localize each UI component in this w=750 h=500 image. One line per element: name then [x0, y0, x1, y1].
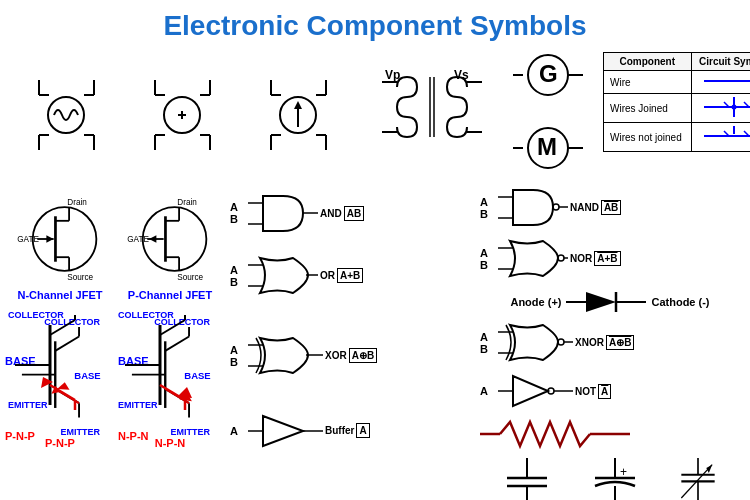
current-source — [266, 75, 331, 150]
logic-gates-right: A B NAND AB A B — [475, 177, 745, 312]
and-input-b: B — [230, 213, 242, 225]
wire-table-header-component: Component — [604, 53, 692, 71]
svg-text:G: G — [539, 60, 558, 87]
and-output: AB — [344, 206, 364, 221]
not-output: A — [598, 384, 611, 399]
basic-components: Vp Vs — [8, 67, 508, 157]
ac-source — [34, 75, 99, 150]
xnor-gate-label: XNOR — [575, 337, 604, 348]
resistor-symbol — [480, 417, 740, 456]
xnor-output: A⊕B — [606, 335, 634, 350]
xnor-input-b: B — [480, 343, 492, 355]
svg-text:M: M — [537, 133, 557, 160]
or-input-a: A — [230, 264, 242, 276]
generator-symbol: G — [513, 48, 593, 103]
logic-gates-left: A B AND AB A B OR — [225, 177, 475, 312]
xnor-gate-row: A B XNOR A⊕B — [480, 320, 740, 365]
and-input-a: A — [230, 201, 242, 213]
nor-output: A+B — [594, 251, 620, 266]
svg-point-50 — [732, 105, 737, 110]
svg-marker-120 — [263, 416, 303, 446]
svg-line-149 — [50, 385, 75, 400]
svg-text:Source: Source — [67, 272, 93, 281]
variable-cap: Variable — [673, 458, 723, 500]
logic-gates-bot-left: A B XOR A⊕B A Buffer — [225, 312, 475, 472]
svg-text:Drain: Drain — [177, 198, 197, 207]
svg-marker-127 — [513, 376, 548, 406]
row1-right: G M Component Circuit Symbol — [508, 47, 750, 177]
page-title: Electronic Component Symbols — [0, 0, 750, 47]
or-gate-row: A B OR A+B — [230, 253, 470, 298]
wire-row-label: Wire — [604, 71, 692, 94]
nor-input-b: B — [480, 259, 492, 271]
npn-bjt-svg — [125, 315, 220, 440]
buffer-gate-row: A Buffer A — [230, 411, 470, 451]
nor-gate-row: A B NOR A+B — [480, 236, 740, 281]
svg-marker-75 — [149, 235, 156, 242]
nand-gate-row: A B NAND AB — [480, 185, 740, 230]
svg-marker-24 — [294, 101, 302, 109]
wire-row-symbol — [691, 71, 750, 94]
wires-joined-label: Wires Joined — [604, 94, 692, 123]
wires-joined-symbol — [691, 94, 750, 123]
nor-gate-label: NOR — [570, 253, 592, 264]
xnor-input-a: A — [480, 331, 492, 343]
wire-table-header-symbol: Circuit Symbol — [691, 53, 750, 71]
p-jfet-label: P-Channel JFET — [128, 289, 212, 301]
nand-output: AB — [601, 200, 621, 215]
and-gate-row: A B AND AB — [230, 191, 470, 236]
svg-text:Vs: Vs — [454, 68, 469, 82]
gen-motor-symbols: G M — [508, 47, 598, 177]
buffer-gate-label: Buffer — [325, 425, 354, 436]
svg-point-2 — [48, 97, 84, 133]
xor-input-a: A — [230, 344, 242, 356]
xor-input-b: B — [230, 356, 242, 368]
nand-input-b: B — [480, 208, 492, 220]
not-gate-row: A NOT A — [480, 371, 740, 411]
svg-text:GATE: GATE — [17, 234, 39, 243]
transformer: Vp Vs — [382, 67, 482, 157]
buffer-output: A — [356, 423, 369, 438]
svg-line-154 — [160, 320, 185, 335]
capacitors-area: Non-Polarized + Polarized — [480, 458, 740, 500]
pnp-bjt-svg — [15, 315, 110, 440]
not-input-a: A — [480, 385, 492, 397]
anode-label: Anode (+) — [510, 296, 561, 308]
n-channel-jfet: Drain GATE Source N-Channel JFET — [10, 189, 110, 301]
p-channel-jfet: Drain GATE Source P-Channel JFET — [120, 189, 220, 301]
motor-symbol: M — [513, 121, 593, 176]
svg-marker-145 — [707, 465, 713, 473]
svg-text:+: + — [620, 465, 627, 479]
xor-gate-label: XOR — [325, 350, 347, 361]
wire-table: Component Circuit Symbol Wire Wires Join… — [598, 47, 750, 177]
jfet-area: Drain GATE Source N-Channel JFET Drain G… — [5, 177, 225, 312]
xor-output: A⊕B — [349, 348, 377, 363]
svg-text:Drain: Drain — [67, 198, 87, 207]
svg-marker-64 — [46, 235, 53, 242]
wires-not-joined-symbol — [691, 123, 750, 152]
dc-source — [150, 75, 215, 150]
svg-text:Source: Source — [177, 272, 203, 281]
svg-marker-94 — [586, 292, 616, 312]
svg-marker-157 — [177, 387, 192, 398]
nor-input-a: A — [480, 247, 492, 259]
svg-text:GATE: GATE — [127, 234, 149, 243]
svg-text:Vp: Vp — [385, 68, 400, 82]
or-gate-label: OR — [320, 270, 335, 281]
svg-line-147 — [50, 320, 75, 335]
xor-gate-row: A B XOR A⊕B — [230, 333, 470, 378]
cathode-label: Cathode (-) — [651, 296, 709, 308]
buffer-input-a: A — [230, 425, 242, 437]
or-output: A+B — [337, 268, 363, 283]
or-input-b: B — [230, 276, 242, 288]
n-jfet-label: N-Channel JFET — [18, 289, 103, 301]
not-gate-label: NOT — [575, 386, 596, 397]
and-gate-label: AND — [320, 208, 342, 219]
nand-gate-label: NAND — [570, 202, 599, 213]
nand-input-a: A — [480, 196, 492, 208]
non-polarized-cap: Non-Polarized — [497, 458, 558, 500]
polarized-cap: + Polarized — [590, 458, 640, 500]
wires-not-joined-label: Wires not joined — [604, 123, 692, 152]
svg-line-156 — [160, 385, 185, 400]
